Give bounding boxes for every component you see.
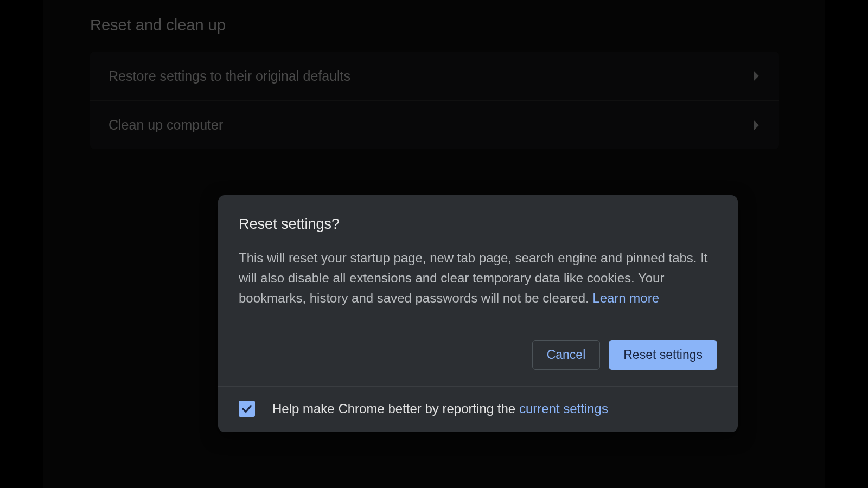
report-settings-checkbox[interactable] xyxy=(239,401,255,417)
dialog-body: Reset settings? This will reset your sta… xyxy=(218,195,738,325)
settings-page: Reset and clean up Restore settings to t… xyxy=(43,0,825,488)
reset-settings-button[interactable]: Reset settings xyxy=(609,340,717,370)
dialog-footer: Help make Chrome better by reporting the… xyxy=(218,386,738,432)
dialog-actions: Cancel Reset settings xyxy=(218,325,738,386)
report-settings-label: Help make Chrome better by reporting the… xyxy=(272,401,608,416)
report-settings-text: Help make Chrome better by reporting the xyxy=(272,401,519,416)
window-gutter-right xyxy=(825,0,868,488)
learn-more-link[interactable]: Learn more xyxy=(592,291,659,305)
dialog-description: This will reset your startup page, new t… xyxy=(239,248,717,309)
dialog-title: Reset settings? xyxy=(239,216,717,233)
current-settings-link[interactable]: current settings xyxy=(519,401,608,416)
reset-settings-dialog: Reset settings? This will reset your sta… xyxy=(218,195,738,432)
cancel-button[interactable]: Cancel xyxy=(532,340,601,370)
window-gutter-left xyxy=(0,0,43,488)
